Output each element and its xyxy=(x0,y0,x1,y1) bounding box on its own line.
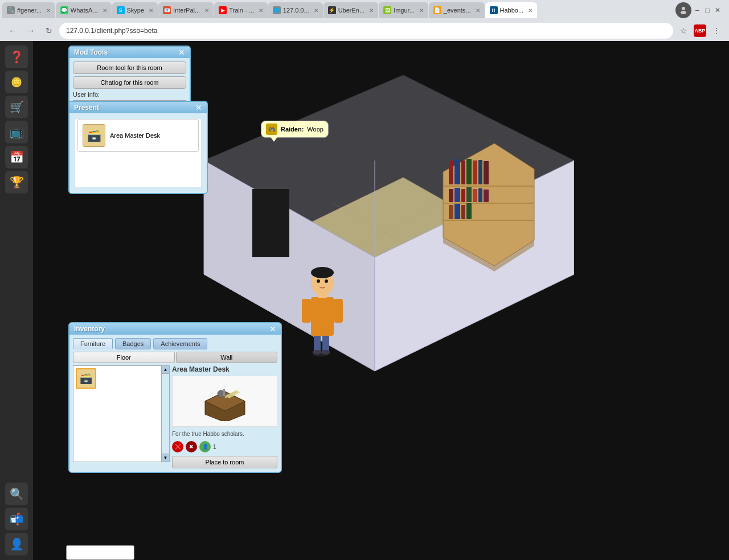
tab-7-favicon: ⚡ xyxy=(328,6,336,14)
chat-input[interactable] xyxy=(66,545,134,560)
tab-7[interactable]: ⚡ UberEn... ✕ xyxy=(323,2,378,18)
tv-icon[interactable]: 📺 xyxy=(5,121,28,143)
room-scene: 🎮 Raiden: Woop xyxy=(33,41,729,560)
close-button[interactable]: ✕ xyxy=(713,6,722,15)
tab-10-close[interactable]: ✕ xyxy=(528,7,533,14)
bookmark-button[interactable]: ☆ xyxy=(675,23,691,39)
tab-5[interactable]: ▶ Train - ... ✕ xyxy=(214,2,268,18)
badge-icon-1: ❌ xyxy=(172,441,183,452)
tab-2-close[interactable]: ✕ xyxy=(103,7,107,14)
svg-rect-35 xyxy=(466,203,472,219)
tab-3[interactable]: S Skype ✕ xyxy=(112,2,158,18)
tab-8[interactable]: 🖼 Imgur... ✕ xyxy=(379,2,428,18)
svg-point-1 xyxy=(681,11,686,14)
inventory-list: 🗃️ ▲ ▼ xyxy=(73,365,170,462)
profile-button[interactable] xyxy=(675,2,691,18)
back-button[interactable]: ← xyxy=(5,23,21,39)
svg-rect-19 xyxy=(454,159,460,184)
place-to-room-button[interactable]: Place to room xyxy=(172,456,277,468)
tab-4-close[interactable]: ✕ xyxy=(204,7,209,14)
inventory-header: Inventory ✕ xyxy=(69,323,281,335)
profile-icon[interactable]: 👤 xyxy=(5,533,28,555)
inventory-title: Inventory xyxy=(74,325,105,333)
scroll-up-button[interactable]: ▲ xyxy=(162,366,169,374)
present-item[interactable]: 🗃️ Area Master Desk xyxy=(77,119,199,152)
game-area: ❓ 🪙 🛒 📺 📅 🏆 🔍 📬 👤 🎮 Raiden: Woop xyxy=(0,41,729,560)
present-panel: Present ✕ 🗃️ Area Master Desk xyxy=(68,101,208,194)
present-title: Present xyxy=(74,104,99,112)
tab-2-label: WhatsA... xyxy=(71,7,98,14)
tab-1[interactable]: 🔧 #gener... ✕ xyxy=(2,2,55,18)
svg-rect-42 xyxy=(311,297,334,336)
subtab-wall[interactable]: Wall xyxy=(176,352,278,363)
abp-badge[interactable]: ABP xyxy=(694,24,706,37)
gold-coin-icon[interactable]: 🪙 xyxy=(5,71,28,93)
present-item-name: Area Master Desk xyxy=(110,132,160,139)
shop-icon[interactable]: 🛒 xyxy=(5,96,28,118)
help-icon[interactable]: ❓ xyxy=(5,46,28,68)
svg-point-41 xyxy=(321,350,330,355)
search-icon[interactable]: 🔍 xyxy=(5,483,28,505)
badge-icon-3: 👤 xyxy=(199,441,211,452)
chatlog-button[interactable]: Chatlog for this room xyxy=(73,76,186,89)
address-input[interactable] xyxy=(59,23,673,39)
mail-icon[interactable]: 📬 xyxy=(5,508,28,530)
minimize-button[interactable]: − xyxy=(693,6,702,15)
inventory-close[interactable]: ✕ xyxy=(269,325,276,333)
chat-input-container xyxy=(66,545,134,560)
scroll-down-button[interactable]: ▼ xyxy=(162,454,169,462)
tab-9-close[interactable]: ✕ xyxy=(476,7,480,14)
inventory-content: Furniture Badges Achievements Floor Wall… xyxy=(69,335,281,472)
tab-3-favicon: S xyxy=(117,6,125,14)
svg-rect-22 xyxy=(473,160,477,184)
tab-5-close[interactable]: ✕ xyxy=(259,7,263,14)
tab-9-label: _events... xyxy=(444,7,471,14)
forward-button[interactable]: → xyxy=(23,23,39,39)
svg-rect-21 xyxy=(466,159,472,184)
room-tool-button[interactable]: Room tool for this room xyxy=(73,61,186,74)
svg-point-40 xyxy=(313,350,322,355)
tab-8-close[interactable]: ✕ xyxy=(419,7,424,14)
tab-3-close[interactable]: ✕ xyxy=(149,7,153,14)
present-close[interactable]: ✕ xyxy=(195,104,202,112)
svg-rect-34 xyxy=(461,205,465,219)
tab-badges[interactable]: Badges xyxy=(115,338,151,349)
inventory-tabs: Furniture Badges Achievements xyxy=(73,338,277,349)
svg-point-49 xyxy=(325,279,328,283)
item-detail-desc: For the true Habbo scholars. xyxy=(172,430,277,438)
present-content: 🗃️ Area Master Desk xyxy=(69,113,207,193)
tab-4-label: InterPal... xyxy=(173,7,200,14)
calendar-icon[interactable]: 📅 xyxy=(5,146,28,168)
inventory-subtabs: Floor Wall xyxy=(73,352,277,363)
badge-count: 1 xyxy=(213,444,216,450)
achievements-icon[interactable]: 🏆 xyxy=(5,171,28,193)
tab-6-close[interactable]: ✕ xyxy=(314,7,318,14)
tab-furniture[interactable]: Furniture xyxy=(73,338,113,349)
svg-rect-39 xyxy=(322,334,329,351)
mod-tools-close[interactable]: ✕ xyxy=(178,48,185,56)
tab-4[interactable]: 📧 InterPal... ✕ xyxy=(158,2,214,18)
menu-button[interactable]: ⋮ xyxy=(708,23,724,39)
svg-rect-13 xyxy=(252,189,289,257)
tab-1-close[interactable]: ✕ xyxy=(46,7,51,14)
inventory-detail: Area Master Desk xyxy=(172,365,277,468)
inventory-item-desk[interactable]: 🗃️ xyxy=(76,368,96,389)
badge-icon-2: ✖ xyxy=(186,441,197,452)
refresh-button[interactable]: ↻ xyxy=(41,23,57,39)
subtab-floor[interactable]: Floor xyxy=(73,352,175,363)
inventory-scrollbar[interactable]: ▲ ▼ xyxy=(161,366,169,462)
tab-10[interactable]: H Habbo... ✕ xyxy=(485,2,538,18)
tab-6[interactable]: 🌐 127.0.0... ✕ xyxy=(268,2,323,18)
present-header: Present ✕ xyxy=(69,102,207,113)
tab-9[interactable]: 📄 _events... ✕ xyxy=(429,2,485,18)
tab-2[interactable]: 💬 WhatsA... ✕ xyxy=(56,2,112,18)
tab-achievements[interactable]: Achievements xyxy=(153,338,207,349)
tab-1-favicon: 🔧 xyxy=(7,6,15,14)
tab-10-favicon: H xyxy=(490,6,498,14)
svg-rect-31 xyxy=(484,190,489,202)
svg-rect-30 xyxy=(478,188,482,202)
tab-7-close[interactable]: ✕ xyxy=(369,7,374,14)
tab-1-label: #gener... xyxy=(17,7,42,14)
maximize-button[interactable]: □ xyxy=(703,6,712,15)
mod-tools-header: Mod Tools ✕ xyxy=(69,47,190,58)
